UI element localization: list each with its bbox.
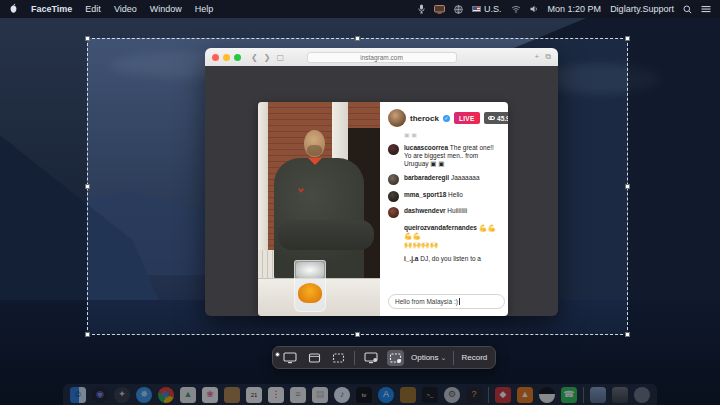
microphone-status-icon[interactable] [418, 4, 425, 14]
drink-glass [294, 260, 326, 312]
desktop: ❮ ❯ ▢ instagram.com + ⧉ [0, 0, 720, 405]
dock-facetime-app[interactable]: ☎ [561, 387, 577, 403]
avatar[interactable] [388, 224, 399, 235]
avatar[interactable] [388, 144, 399, 155]
comment-username[interactable]: barbaraderegil [404, 174, 449, 181]
dock-app-store[interactable]: A [378, 387, 394, 403]
dock-tux-penguin[interactable] [539, 387, 555, 403]
dock-reminders[interactable]: ⋮ [268, 387, 284, 403]
dock-music[interactable]: ♪ [334, 387, 350, 403]
menu-bar: FaceTime Edit Video Window Help U.S. [0, 0, 720, 18]
username[interactable]: therock [410, 114, 439, 123]
back-icon[interactable]: ❮ [251, 53, 258, 62]
dock-calendar[interactable]: 21 [246, 387, 262, 403]
menu-item-window[interactable]: Window [150, 4, 182, 14]
dock-trash[interactable] [634, 387, 650, 403]
comment-row: lucaascoorrea The great one!! Yo are big… [388, 144, 508, 169]
live-video-frame[interactable] [258, 102, 380, 316]
comment-text: Hello [448, 191, 463, 198]
dock-chrome[interactable]: ◉ [158, 387, 174, 403]
spotlight-search-icon[interactable] [683, 5, 692, 14]
glass-orange-slice [298, 283, 322, 303]
options-dropdown[interactable]: Options⌄ [411, 353, 446, 362]
comment-text: Huiiiiiiii [447, 207, 467, 214]
menu-bar-clock[interactable]: Mon 1:20 PM [548, 4, 602, 14]
comment-text: DJ, do you listen to a [420, 255, 481, 262]
tab-overview-icon[interactable]: ⧉ [545, 52, 551, 62]
capture-entire-screen-icon[interactable] [281, 350, 299, 366]
comment-username[interactable]: i_.j.a [404, 255, 418, 262]
new-tab-icon[interactable]: + [535, 52, 540, 62]
dock-dock-separator-2 [583, 387, 584, 403]
minimize-window-button[interactable] [223, 54, 230, 61]
dock-preview[interactable]: ▲ [180, 387, 196, 403]
dock-launchpad[interactable]: ✦ [114, 387, 130, 403]
keyboard-globe-icon[interactable] [454, 5, 463, 14]
menu-bar-account[interactable]: Diglarty.Support [610, 4, 674, 14]
capture-selected-window-icon[interactable] [306, 350, 323, 366]
comment-input-value: Hello from Malaysia :) [395, 298, 458, 305]
text-caret [459, 298, 460, 305]
dock-utility-brown[interactable] [400, 387, 416, 403]
dock-notes-folder[interactable] [224, 387, 240, 403]
dock-photos[interactable]: ❀ [202, 387, 218, 403]
menu-item-help[interactable]: Help [195, 4, 214, 14]
close-window-button[interactable] [212, 54, 219, 61]
input-source-label[interactable]: U.S. [484, 4, 502, 14]
dock-siri[interactable]: ◉ [92, 387, 108, 403]
live-badge: LIVE [454, 112, 480, 124]
dock-apple-tv[interactable]: tv [356, 387, 372, 403]
avatar[interactable] [388, 191, 399, 202]
comment-username[interactable]: queirozvandafernandes [404, 224, 477, 231]
zoom-window-button[interactable] [234, 54, 241, 61]
record-entire-screen-icon[interactable] [362, 350, 380, 366]
comment-row: barbaraderegil Jaaaaaaa [388, 174, 508, 185]
dock-safari[interactable]: ✵ [136, 387, 152, 403]
volume-status-icon[interactable] [530, 5, 539, 13]
input-source-flag-icon[interactable] [472, 6, 481, 12]
instagram-live-card: therock ✓ LIVE 45.9k ▣ ▣ lucaascoorrea T… [258, 102, 508, 316]
avatar[interactable] [388, 174, 399, 185]
dock-minimized-window-2[interactable] [612, 387, 628, 403]
toolbar-divider [453, 351, 454, 365]
record-button[interactable]: Record [461, 353, 487, 362]
comment-row: mma_sport18 Hello [388, 191, 508, 202]
menu-item-edit[interactable]: Edit [85, 4, 101, 14]
comment-row: i_.j.a DJ, do you listen to a [388, 255, 508, 266]
verified-badge-icon: ✓ [443, 115, 450, 122]
dock-terminal[interactable]: >_ [422, 387, 438, 403]
dock-finder[interactable]: ☺ [70, 387, 86, 403]
address-bar[interactable]: instagram.com [307, 52, 457, 63]
comment-input[interactable]: Hello from Malaysia :) [388, 294, 505, 309]
comment-username[interactable]: lucaascoorrea [404, 144, 448, 151]
person-crossed-arms [278, 220, 374, 250]
comment-input-row: Hello from Malaysia :) ... [388, 294, 508, 309]
browser-titlebar[interactable]: ❮ ❯ ▢ instagram.com + ⧉ [205, 48, 558, 66]
notification-center-icon[interactable] [701, 5, 711, 13]
wifi-status-icon[interactable] [511, 5, 521, 13]
dock-pages[interactable]: ▤ [312, 387, 328, 403]
dock-orange-app[interactable]: ▲ [517, 387, 533, 403]
sidebar-icon[interactable]: ▢ [276, 53, 284, 62]
dock-red-app[interactable]: ◆ [495, 387, 511, 403]
screen-recording-status-icon[interactable] [434, 5, 445, 14]
glass-ice [296, 262, 324, 278]
menu-item-video[interactable]: Video [114, 4, 137, 14]
avatar[interactable] [388, 207, 399, 218]
eye-icon [488, 116, 495, 121]
comment-username[interactable]: dashwendevr [404, 207, 446, 214]
menu-app-name[interactable]: FaceTime [31, 4, 72, 14]
dock-audio-app[interactable]: ? [466, 387, 482, 403]
record-selected-portion-icon[interactable] [387, 350, 404, 366]
avatar[interactable] [388, 255, 399, 266]
comment-row: dashwendevr Huiiiiiiii [388, 207, 508, 218]
forward-icon[interactable]: ❯ [264, 53, 271, 62]
dock-system-preferences[interactable]: ⚙ [444, 387, 460, 403]
capture-selected-portion-icon[interactable] [330, 350, 347, 366]
apple-menu-icon[interactable] [9, 3, 18, 16]
comment-username[interactable]: mma_sport18 [404, 191, 446, 198]
avatar[interactable] [388, 109, 406, 127]
dock-textedit[interactable]: ≡ [290, 387, 306, 403]
live-comments-panel: therock ✓ LIVE 45.9k ▣ ▣ lucaascoorrea T… [380, 102, 508, 316]
dock-minimized-window-1[interactable] [590, 387, 606, 403]
